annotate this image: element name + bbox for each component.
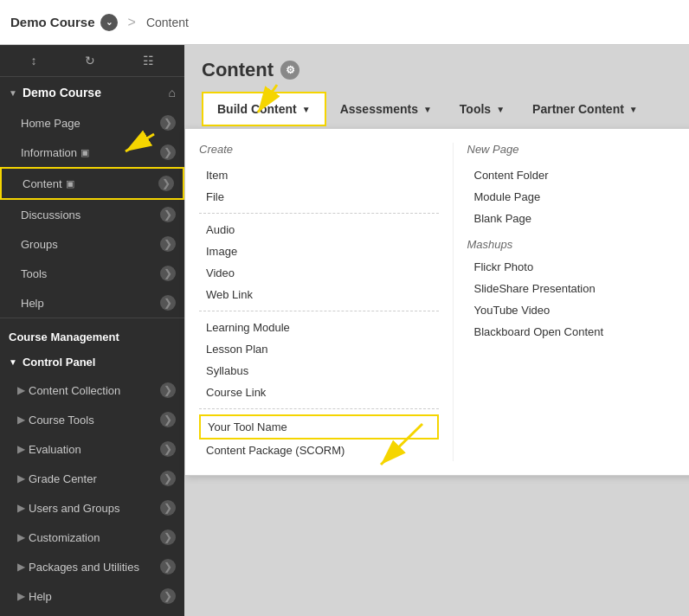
cp-grade-center-arrow: ❯ — [160, 471, 176, 486]
cp-course-tools-label: Course Tools — [29, 414, 160, 427]
dropdown-item-video[interactable]: Video — [199, 262, 439, 284]
dropdown-item-weblink[interactable]: Web Link — [199, 284, 439, 305]
cp-left-arrow: ▶ — [17, 384, 25, 396]
dropdown-item-scorm[interactable]: Content Package (SCORM) — [199, 440, 439, 461]
course-title[interactable]: Demo Course ⌄ — [10, 14, 118, 31]
cp-left-arrow4: ▶ — [17, 472, 25, 484]
dropdown-item-image[interactable]: Image — [199, 241, 439, 262]
dropdown-item-flickr[interactable]: Flickr Photo — [467, 256, 690, 278]
homepage-label: Home Page — [21, 117, 80, 130]
dropdown-right-col: New Page Content Folder Module Page Blan… — [453, 143, 690, 461]
course-management-section: Course Management ▼ Control Panel ▶ Cont… — [0, 318, 184, 611]
cp-customization-arrow: ❯ — [160, 529, 176, 545]
breadcrumb-separator: > — [128, 15, 136, 30]
dropdown-item-learning-module[interactable]: Learning Module — [199, 317, 439, 338]
cp-users-groups-arrow: ❯ — [160, 500, 176, 516]
cp-item-grade-center[interactable]: ▶ Grade Center ❯ — [0, 464, 184, 493]
cp-item-packages[interactable]: ▶ Packages and Utilities ❯ — [0, 552, 184, 581]
tab-tools[interactable]: Tools ▼ — [446, 92, 518, 126]
cp-left-arrow7: ▶ — [17, 561, 25, 573]
cp-item-users-groups[interactable]: ▶ Users and Groups ❯ — [0, 493, 184, 523]
create-label: Create — [199, 143, 439, 156]
divider3 — [199, 408, 439, 409]
top-nav-bar: Demo Course ⌄ > Content — [0, 0, 689, 45]
cp-item-evaluation[interactable]: ▶ Evaluation ❯ — [0, 434, 184, 464]
cp-content-collection-label: Content Collection — [29, 384, 160, 397]
homepage-arrow: ❯ — [160, 115, 176, 131]
cp-item-customization[interactable]: ▶ Customization ❯ — [0, 523, 184, 552]
groups-label: Groups — [21, 238, 58, 251]
control-panel-label: Control Panel — [23, 356, 96, 369]
sidebar-item-help[interactable]: Help ❯ — [0, 288, 184, 318]
dropdown-item-lesson-plan[interactable]: Lesson Plan — [199, 338, 439, 360]
dropdown-item-blank-page[interactable]: Blank Page — [467, 208, 690, 229]
dropdown-left-col: Create Item File Audio Image Video Web L… — [199, 143, 453, 461]
cp-evaluation-arrow: ❯ — [160, 441, 176, 457]
content-label: Content ▣ — [23, 177, 74, 190]
cp-packages-arrow: ❯ — [160, 559, 176, 574]
cp-help-arrow: ❯ — [160, 588, 176, 604]
course-title-dropdown[interactable]: ⌄ — [100, 14, 118, 31]
tab-build-content[interactable]: Build Content ▼ — [202, 92, 326, 126]
sort-icon[interactable]: ↕ — [31, 54, 37, 67]
dropdown-item-file[interactable]: File — [199, 186, 439, 208]
course-section-header[interactable]: ▼ Demo Course ⌂ — [0, 77, 184, 108]
main-content: Content ⚙ Build Content ▼ Assessments ▼ … — [184, 45, 689, 616]
dropdown-item-item[interactable]: Item — [199, 164, 439, 186]
dropdown-item-audio[interactable]: Audio — [199, 219, 439, 241]
tools-arrow: ❯ — [160, 266, 176, 281]
divider1 — [199, 213, 439, 214]
cp-item-help[interactable]: ▶ Help ❯ — [0, 581, 184, 611]
course-title-text: Demo Course — [10, 15, 95, 29]
tools-label: Tools — [21, 267, 47, 280]
control-panel-header[interactable]: ▼ Control Panel — [0, 349, 184, 375]
tab-partner-content[interactable]: Partner Content ▼ — [518, 92, 652, 126]
cp-packages-label: Packages and Utilities — [29, 561, 160, 574]
cp-customization-label: Customization — [29, 531, 160, 544]
content-arrow: ❯ — [158, 176, 174, 191]
dropdown-item-syllabus[interactable]: Syllabus — [199, 360, 439, 382]
groups-arrow: ❯ — [160, 236, 176, 252]
sidebar-item-content[interactable]: Content ▣ ❯ — [0, 167, 184, 200]
dropdown-item-youtube[interactable]: YouTube Video — [467, 299, 690, 321]
sidebar-item-discussions[interactable]: Discussions ❯ — [0, 200, 184, 229]
dropdown-item-course-link[interactable]: Course Link — [199, 382, 439, 403]
section-collapse-icon: ▼ — [9, 88, 17, 98]
dropdown-item-slideshare[interactable]: SlideShare Presentation — [467, 278, 690, 299]
cp-users-groups-label: Users and Groups — [29, 502, 160, 515]
help-arrow: ❯ — [160, 295, 176, 311]
course-section: ▼ Demo Course ⌂ Home Page ❯ Information … — [0, 77, 184, 318]
help-label: Help — [21, 297, 44, 310]
refresh-icon[interactable]: ↻ — [85, 54, 95, 67]
cp-item-course-tools[interactable]: ▶ Course Tools ❯ — [0, 405, 184, 434]
main-layout: ↕ ↻ ☷ ▼ Demo Course ⌂ Home Page ❯ Inform — [0, 45, 689, 616]
course-management-heading: Course Management — [0, 318, 184, 349]
build-content-arrow: ▼ — [302, 105, 311, 114]
sidebar: ↕ ↻ ☷ ▼ Demo Course ⌂ Home Page ❯ Inform — [0, 45, 184, 616]
cp-left-arrow3: ▶ — [17, 443, 25, 455]
dropdown-item-content-folder[interactable]: Content Folder — [467, 164, 690, 186]
sidebar-item-information[interactable]: Information ▣ ❯ — [0, 138, 184, 167]
partner-content-arrow: ▼ — [629, 105, 638, 114]
sidebar-item-homepage[interactable]: Home Page ❯ — [0, 108, 184, 138]
new-page-label: New Page — [467, 143, 690, 156]
menu-bar: Build Content ▼ Assessments ▼ Tools ▼ Pa… — [184, 92, 689, 126]
sidebar-item-tools[interactable]: Tools ❯ — [0, 259, 184, 288]
dropdown-item-blackboard[interactable]: Blackboard Open Content — [467, 321, 690, 343]
content-settings-icon[interactable]: ⚙ — [280, 61, 299, 80]
sidebar-tools-row: ↕ ↻ ☷ — [0, 45, 184, 77]
dropdown-item-module-page[interactable]: Module Page — [467, 186, 690, 208]
course-section-title: Demo Course — [23, 86, 101, 99]
cp-left-arrow8: ▶ — [17, 590, 25, 602]
tab-assessments[interactable]: Assessments ▼ — [326, 92, 446, 126]
breadcrumb-content: Content — [146, 16, 189, 29]
page-title: Content ⚙ — [202, 59, 672, 81]
dropdown-item-your-tool-name[interactable]: Your Tool Name — [199, 414, 439, 440]
cp-item-content-collection[interactable]: ▶ Content Collection ❯ — [0, 375, 184, 405]
assessments-arrow: ▼ — [423, 105, 432, 114]
sidebar-item-groups[interactable]: Groups ❯ — [0, 229, 184, 259]
mashups-label: Mashups — [467, 238, 690, 251]
content-header: Content ⚙ — [184, 45, 689, 92]
control-panel-triangle: ▼ — [9, 357, 17, 367]
list-icon[interactable]: ☷ — [143, 54, 154, 67]
